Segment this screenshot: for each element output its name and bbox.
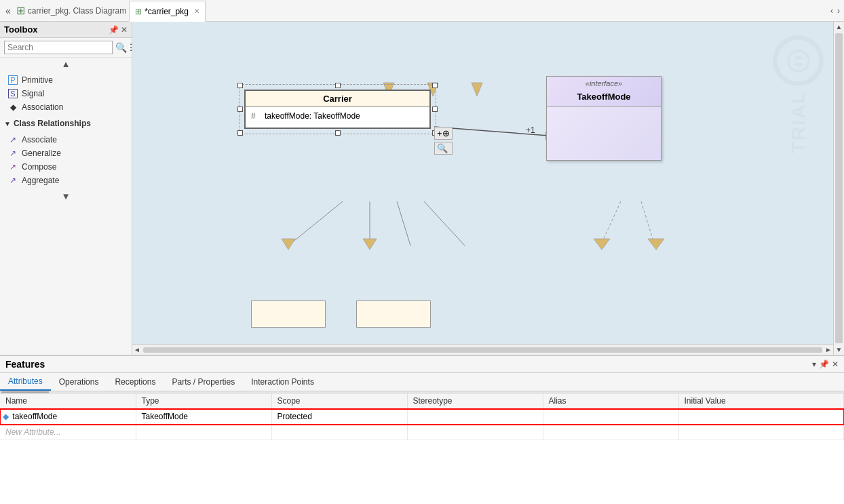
diagram-canvas[interactable]: Carrier # takeoffMode: TakeoffMode +⊕ 🔍 …	[132, 22, 844, 355]
tab-operations[interactable]: Operations	[51, 373, 107, 391]
top-tabbar: « ⊞ carrier_pkg. Class Diagram ⊞ *carrie…	[0, 0, 844, 22]
tab-label: *carrier_pkg	[145, 7, 189, 16]
tab-interaction-points[interactable]: Interaction Points	[243, 373, 322, 391]
toolbox-pin-btn[interactable]: 📌	[109, 25, 119, 35]
tab-parts-properties[interactable]: Parts / Properties	[164, 373, 243, 391]
row-name-value: takeoffMode	[12, 412, 57, 421]
toolbox-close-btn[interactable]: ✕	[121, 25, 128, 35]
sel-handle-tm[interactable]	[335, 83, 341, 88]
tab-scroll-btns: ‹ ›	[829, 5, 841, 17]
svg-marker-7	[363, 239, 377, 250]
class-relationships-section[interactable]: ▼ Class Relationships	[0, 117, 132, 130]
tab-scroll-left[interactable]: ‹	[829, 5, 835, 17]
scroll-up-btn[interactable]: ▲	[834, 22, 844, 32]
new-attr-alias	[543, 425, 678, 440]
svg-line-8	[600, 201, 621, 246]
new-attribute-row[interactable]: New Attribute...	[0, 425, 844, 440]
svg-marker-11	[648, 239, 664, 250]
sel-handle-mr[interactable]	[432, 106, 438, 112]
subclass-1[interactable]	[251, 301, 326, 328]
toolbox-item-compose[interactable]: ↗ Compose	[0, 160, 132, 174]
new-attr-initial	[678, 425, 844, 440]
diagram-tab[interactable]: ⊞ *carrier_pkg ✕	[129, 1, 206, 22]
features-arrow-btn[interactable]: ▾	[812, 360, 816, 369]
carrier-class-name: Carrier	[323, 94, 352, 104]
main-layout: Toolbox 📌 ✕ 🔍 ☰ ▲ P Primitive S Signal ◆	[0, 22, 844, 355]
row-name: ◆ takeoffMode	[0, 409, 136, 425]
scroll-down-btn[interactable]: ▼	[834, 345, 844, 355]
features-panel: Features ▾ 📌 ✕ Attributes Operations Rec…	[0, 355, 844, 504]
class-rel-section: ↗ Associate ↗ Generalize ↗ Compose ↗ Agg…	[0, 130, 132, 190]
features-tabs: Attributes Operations Receptions Parts /…	[0, 373, 844, 391]
association-icon: ◆	[8, 102, 18, 112]
row-type: TakeoffMode	[136, 409, 271, 425]
search-btn[interactable]: 🔍	[115, 42, 127, 53]
col-alias: Alias	[543, 393, 678, 409]
toolbox-item-association[interactable]: ◆ Association	[0, 100, 132, 114]
row-stereotype	[407, 409, 543, 425]
svg-marker-10	[594, 239, 610, 250]
search-input[interactable]	[4, 41, 113, 54]
sel-handle-tr[interactable]	[432, 83, 438, 88]
carrier-class-body: # takeoffMode: TakeoffMode	[246, 107, 429, 128]
association-label: Association	[22, 102, 63, 112]
diagram-scrollbar-horizontal[interactable]: ◄ ►	[132, 344, 833, 355]
primitive-label: Primitive	[22, 75, 53, 85]
associate-icon: ↗	[8, 135, 18, 144]
signal-icon: S	[8, 89, 18, 98]
interface-name: TakeoffMode	[547, 90, 661, 106]
toolbox-item-associate[interactable]: ↗ Associate	[0, 133, 132, 147]
aggregate-label: Aggregate	[22, 176, 59, 185]
tab-attributes[interactable]: Attributes	[0, 373, 51, 391]
diagram-icon: ⊞	[16, 4, 25, 17]
toolbox-header-buttons: 📌 ✕	[109, 25, 128, 35]
carrier-class[interactable]: Carrier # takeoffMode: TakeoffMode	[244, 90, 431, 129]
toolbox-item-aggregate[interactable]: ↗ Aggregate	[0, 174, 132, 187]
search-class-icon[interactable]: 🔍	[434, 142, 453, 155]
tab-scroll-right[interactable]: ›	[836, 5, 841, 17]
toolbox-scroll-down[interactable]: ▼	[0, 190, 132, 203]
sel-handle-ml[interactable]	[237, 106, 243, 112]
generalize-label: Generalize	[22, 149, 61, 158]
row-initial-value	[678, 409, 844, 425]
watermark: TRIAL	[773, 35, 824, 153]
toolbox-item-signal[interactable]: S Signal	[0, 87, 132, 100]
row-scope: Protected	[271, 409, 407, 425]
tab-diagram-icon: ⊞	[135, 7, 142, 16]
diagram-tool-icons: +⊕ 🔍	[434, 127, 453, 155]
compose-label: Compose	[22, 162, 56, 172]
subclass-2[interactable]	[356, 301, 431, 328]
watermark-logo-icon	[785, 47, 812, 75]
connectors-svg	[132, 22, 844, 355]
tab-receptions[interactable]: Receptions	[107, 373, 164, 391]
multiplicity-label: +1	[526, 125, 535, 135]
sel-handle-tl[interactable]	[237, 83, 243, 88]
toolbox-item-primitive[interactable]: P Primitive	[0, 73, 132, 87]
sel-handle-bl[interactable]	[237, 130, 243, 136]
features-table: Name Type Scope Stereotype Alias Initial…	[0, 393, 844, 504]
table-row[interactable]: ◆ takeoffMode TakeoffMode Protected	[0, 409, 844, 425]
table-header-row: Name Type Scope Stereotype Alias Initial…	[0, 393, 844, 409]
new-attr-stereotype	[407, 425, 543, 440]
sel-handle-bm[interactable]	[335, 130, 341, 136]
toolbox-panel: Toolbox 📌 ✕ 🔍 ☰ ▲ P Primitive S Signal ◆	[0, 22, 132, 355]
features-close-btn[interactable]: ✕	[832, 360, 839, 369]
features-pin-btn[interactable]: 📌	[819, 360, 829, 369]
scroll-thumb-v[interactable]	[835, 33, 843, 343]
svg-marker-14	[472, 83, 482, 96]
tab-close-btn[interactable]: ✕	[194, 7, 199, 15]
nav-back-btn[interactable]: «	[3, 4, 14, 18]
compose-icon: ↗	[8, 162, 18, 172]
takeoffmode-class[interactable]: «interface» TakeoffMode	[546, 76, 661, 161]
add-tool-icon[interactable]: +⊕	[434, 127, 453, 140]
row-alias	[543, 409, 678, 425]
svg-marker-6	[282, 239, 295, 250]
new-attr-placeholder[interactable]: New Attribute...	[0, 425, 136, 440]
scroll-left-btn[interactable]: ◄	[132, 345, 142, 355]
diagram-scrollbar-vertical[interactable]: ▲ ▼	[833, 22, 844, 355]
toolbox-item-generalize[interactable]: ↗ Generalize	[0, 147, 132, 160]
toolbox-scroll-up[interactable]: ▲	[0, 58, 132, 71]
scroll-right-btn[interactable]: ►	[824, 345, 833, 355]
scroll-thumb-h[interactable]	[143, 347, 822, 353]
svg-line-9	[641, 201, 655, 246]
